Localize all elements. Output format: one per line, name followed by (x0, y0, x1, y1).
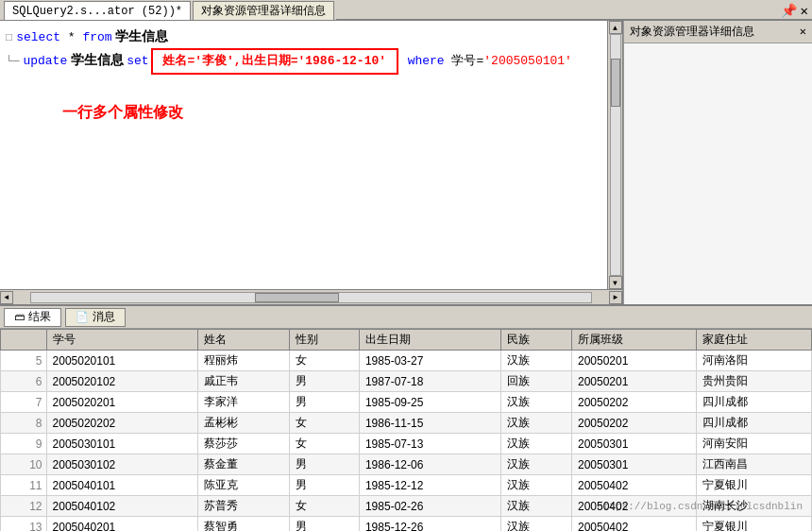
xh-cell: 2005020102 (46, 371, 197, 392)
col-ssbj: 所属班级 (571, 330, 696, 351)
table-row: 112005040101陈亚克男1985-12-12汉族20050402宁夏银川 (1, 475, 812, 496)
mz-cell: 汉族 (501, 392, 572, 413)
table-row: 132005040201蔡智勇男1985-12-26汉族20050402宁夏银川 (1, 517, 812, 532)
row-num-cell: 8 (1, 413, 47, 434)
ssbj-cell: 20050301 (571, 434, 696, 454)
message-tab-label: 消息 (93, 309, 115, 325)
table-row: 92005030101蔡莎莎女1985-07-13汉族20050301河南安阳 (1, 434, 812, 454)
message-tab[interactable]: 📄 消息 (65, 308, 126, 327)
xb-cell: 男 (290, 475, 360, 496)
xm-cell: 程丽炜 (197, 351, 290, 371)
row-num-cell: 11 (1, 475, 47, 496)
table-name-1: 学生信息 (112, 26, 169, 47)
note-text: 一行多个属性修改 (62, 103, 601, 123)
xh-cell: 2005040102 (46, 496, 197, 517)
bottom-tabs: 🗃 结果 📄 消息 (0, 306, 812, 329)
row-num-cell: 12 (1, 496, 47, 517)
vscroll-down[interactable]: ▼ (609, 276, 622, 289)
table-row: 52005020101程丽炜女1985-03-27汉族20050201河南洛阳 (1, 351, 812, 371)
hscroll-thumb[interactable] (255, 293, 339, 302)
sql-editor[interactable]: □ select * from 学生信息 └─ update 学生信息 set (0, 21, 607, 128)
csrq-cell: 1985-12-26 (359, 517, 500, 532)
vscroll-track[interactable] (610, 34, 621, 276)
result-tab[interactable]: 🗃 结果 (4, 308, 61, 327)
ssbj-cell: 20050201 (571, 351, 696, 371)
csrq-cell: 1986-12-06 (359, 454, 500, 475)
xh-cell: 2005030102 (46, 454, 197, 475)
csrq-cell: 1985-03-27 (359, 351, 500, 371)
object-explorer-tab[interactable]: 对象资源管理器详细信息 (193, 1, 334, 20)
vscroll-thumb[interactable] (611, 59, 620, 107)
result-tab-icon: 🗃 (14, 311, 25, 323)
jtzz-cell: 河南安阳 (697, 434, 812, 454)
xb-cell: 男 (290, 392, 360, 413)
xh-cell: 2005040101 (46, 475, 197, 496)
col-csrq: 出生日期 (359, 330, 500, 351)
sql-line-1: □ select * from 学生信息 (6, 26, 601, 48)
table-header-row: 学号 姓名 性别 出生日期 民族 所属班级 家庭住址 (1, 330, 812, 351)
where-field: 学号= (451, 51, 483, 72)
object-explorer-tab-label: 对象资源管理器详细信息 (201, 3, 326, 19)
hscroll-left[interactable]: ◄ (0, 291, 13, 304)
set-clause-highlight: 姓名='李俊',出生日期='1986-12-10' (151, 48, 398, 75)
sql-tab[interactable]: SQLQuery2.s...ator (52))* (4, 1, 191, 20)
xb-cell: 女 (290, 434, 360, 454)
mz-cell: 汉族 (501, 475, 572, 496)
hscroll-right[interactable]: ► (609, 291, 622, 304)
table-row: 62005020102戚正韦男1987-07-18回族20050201贵州贵阳 (1, 371, 812, 392)
sql-hscroll[interactable]: ◄ ► (0, 289, 622, 304)
table-row: 102005030102蔡金董男1986-12-06汉族20050301江西南昌 (1, 454, 812, 475)
right-panel-title: 对象资源管理器详细信息 ✕ (624, 21, 812, 43)
xb-cell: 女 (290, 351, 360, 371)
close-window-icon[interactable]: ✕ (801, 3, 808, 19)
jtzz-cell: 贵州贵阳 (697, 371, 812, 392)
jtzz-cell: 河南洛阳 (697, 351, 812, 371)
right-panel-content (624, 43, 812, 304)
pin-icon[interactable]: 📌 (781, 3, 797, 19)
xb-cell: 男 (290, 517, 360, 532)
keyword-select: select (16, 27, 60, 48)
csrq-cell: 1986-11-15 (359, 413, 500, 434)
right-panel-close[interactable]: ✕ (800, 25, 806, 39)
keyword-from: from (82, 27, 111, 48)
right-panel: 对象资源管理器详细信息 ✕ (623, 21, 812, 304)
vscroll-up[interactable]: ▲ (609, 21, 622, 34)
keyword-set: set (127, 51, 148, 72)
csrq-cell: 1985-12-12 (359, 475, 500, 496)
hscroll-track[interactable] (30, 292, 592, 303)
jtzz-cell: 四川成都 (697, 392, 812, 413)
row-num-cell: 9 (1, 434, 47, 454)
sql-panel: □ select * from 学生信息 └─ update 学生信息 set (0, 21, 623, 304)
sql-star: * (60, 27, 82, 48)
mz-cell: 汉族 (501, 454, 572, 475)
mz-cell: 汉族 (501, 496, 572, 517)
col-mz: 民族 (501, 330, 572, 351)
mz-cell: 汉族 (501, 517, 572, 532)
csrq-cell: 1985-07-13 (359, 434, 500, 454)
row-num-cell: 6 (1, 371, 47, 392)
watermark: https://blog.csdn.net/lclcsdnblin (597, 501, 803, 512)
sql-vscroll[interactable]: ▲ ▼ (607, 21, 622, 289)
table-name-2: 学生信息 (67, 50, 127, 71)
mz-cell: 汉族 (501, 434, 572, 454)
sql-line-2: └─ update 学生信息 set 姓名='李俊',出生日期='1986-12… (6, 48, 601, 75)
row-num-cell: 5 (1, 351, 47, 371)
col-jtzz: 家庭住址 (697, 330, 812, 351)
jtzz-cell: 江西南昌 (697, 454, 812, 475)
line-prefix-1: □ (6, 27, 12, 48)
sql-tab-label: SQLQuery2.s...ator (52))* (12, 5, 182, 18)
xh-cell: 2005020201 (46, 392, 197, 413)
keyword-where: where (400, 51, 452, 72)
where-value: '2005050101' (483, 51, 572, 72)
xh-cell: 2005020101 (46, 351, 197, 371)
mz-cell: 汉族 (501, 351, 572, 371)
xb-cell: 女 (290, 413, 360, 434)
line-prefix-2: └─ (6, 51, 19, 72)
xh-cell: 2005020202 (46, 413, 197, 434)
ssbj-cell: 20050202 (571, 413, 696, 434)
xh-cell: 2005040201 (46, 517, 197, 532)
xb-cell: 女 (290, 496, 360, 517)
panel-area: □ select * from 学生信息 └─ update 学生信息 set (0, 21, 812, 304)
xm-cell: 蔡金董 (197, 454, 290, 475)
row-num-cell: 7 (1, 392, 47, 413)
